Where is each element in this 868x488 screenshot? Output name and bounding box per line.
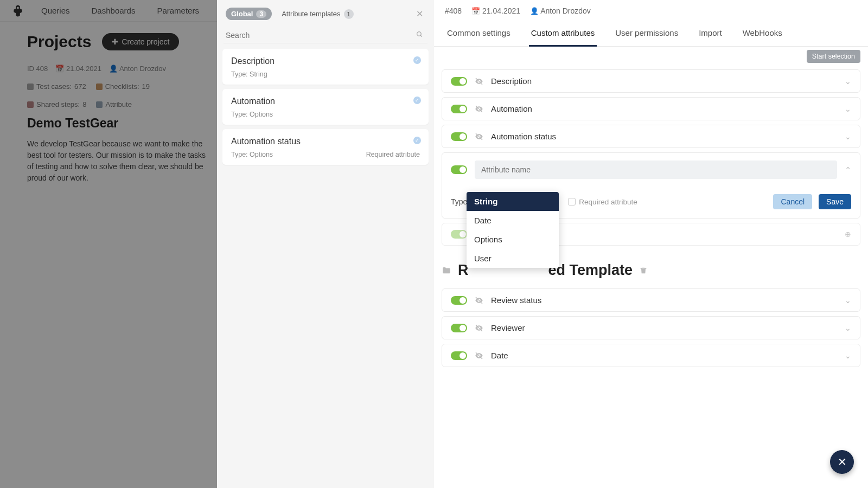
attribute-row-label: Review status [491,296,837,305]
toggle-switch[interactable] [451,324,467,332]
attribute-card[interactable]: ✓ Description Type: String [222,49,429,85]
side-panel: Global 3 Attribute templates 1 ✕ ✓ Descr… [217,0,434,488]
tabs: Common settings Custom attributes User p… [434,21,868,47]
tab-custom-attributes[interactable]: Custom attributes [529,21,597,46]
attribute-card[interactable]: ✓ Automation status Type: OptionsRequire… [222,129,429,165]
chevron-up-icon[interactable]: ⌄ [845,165,851,174]
dropdown-option[interactable]: Options [467,230,559,249]
attribute-row[interactable]: Description ⌄ [442,69,860,93]
templates-chip-count: 1 [344,9,354,19]
main-header: #408 📅 21.04.2021 👤 Anton Drozdov [434,0,868,21]
calendar-icon: 📅 [471,7,480,15]
dropdown-option[interactable]: String [467,192,559,211]
dropdown-option[interactable]: User [467,249,559,268]
svg-line-1 [420,35,422,37]
header-date: 21.04.2021 [482,7,520,15]
search-input[interactable] [224,28,427,43]
attribute-row-label: Automation status [491,132,837,141]
type-label: Type [451,197,467,206]
trash-icon[interactable] [639,266,648,275]
attribute-card-title: Automation status [231,137,420,146]
chevron-down-icon[interactable]: ⌄ [845,351,851,360]
dropdown-option[interactable]: Date [467,211,559,230]
visibility-icon[interactable] [475,77,483,86]
attribute-row-label: Date [491,351,837,360]
search-icon[interactable] [416,31,423,38]
attribute-name-input[interactable] [475,160,837,179]
chevron-down-icon[interactable]: ⌄ [845,324,851,332]
user-icon: 👤 [530,7,539,15]
attribute-row[interactable]: Review status ⌄ [442,288,860,312]
close-icon[interactable]: ✕ [414,7,425,21]
tab-import[interactable]: Import [697,21,724,46]
attribute-row-label: Description [491,76,837,86]
header-id: #408 [445,7,462,15]
visibility-icon[interactable] [475,296,483,305]
global-chip[interactable]: Global 3 [226,8,272,20]
toggle-switch[interactable] [451,165,467,174]
checkbox-icon [568,198,576,206]
header-author: Anton Drozdov [540,7,591,15]
main-panel: #408 📅 21.04.2021 👤 Anton Drozdov Common… [434,0,868,488]
toggle-switch[interactable] [451,132,467,141]
visibility-icon[interactable] [475,324,483,332]
toggle-switch[interactable] [451,105,467,113]
attribute-card-type: Type: String [231,70,267,78]
visibility-icon[interactable] [475,351,483,360]
folder-icon [442,266,451,275]
tab-webhooks[interactable]: WebHooks [741,21,784,46]
templates-chip[interactable]: Attribute templates 1 [276,7,359,21]
start-selection-button[interactable]: Start selection [807,50,860,63]
plus-circle-icon[interactable]: ⊕ [845,230,851,239]
tab-common-settings[interactable]: Common settings [445,21,513,46]
search-box [224,28,427,43]
chevron-down-icon[interactable]: ⌄ [845,77,851,86]
attribute-list: ✓ Description Type: String ✓ Automation … [217,49,434,165]
toggle-switch[interactable] [451,230,467,239]
attribute-row-label: Automation [491,104,837,113]
save-button[interactable]: Save [819,194,851,209]
attribute-card-title: Description [231,56,420,66]
attribute-card-title: Automation [231,97,420,106]
type-dropdown: String Date Options User [467,192,559,268]
check-icon: ✓ [413,97,421,104]
chevron-down-icon[interactable]: ⌄ [845,132,851,141]
attribute-card-required: Required attribute [366,151,420,158]
visibility-icon[interactable] [475,132,483,141]
check-icon: ✓ [413,56,421,64]
check-icon: ✓ [413,137,421,144]
tab-user-permissions[interactable]: User permissions [613,21,680,46]
attribute-card[interactable]: ✓ Automation Type: Options [222,89,429,125]
toggle-switch[interactable] [451,77,467,86]
side-panel-header: Global 3 Attribute templates 1 ✕ [217,0,434,28]
attribute-row[interactable]: Automation status ⌄ [442,125,860,148]
global-chip-label: Global [231,10,253,18]
required-checkbox[interactable]: Required attribute [568,198,637,206]
visibility-icon[interactable] [475,105,483,113]
chevron-down-icon[interactable]: ⌄ [845,105,851,113]
global-chip-count: 3 [256,10,266,18]
required-label: Required attribute [579,198,637,206]
attribute-row[interactable]: Date ⌄ [442,344,860,367]
close-icon: ✕ [838,455,847,468]
svg-point-0 [417,32,422,36]
attribute-card-type: Type: Options [231,111,273,118]
toggle-switch[interactable] [451,296,467,305]
close-fab[interactable]: ✕ [830,450,854,474]
cancel-button[interactable]: Cancel [773,194,812,209]
attribute-row[interactable]: Automation ⌄ [442,97,860,120]
attribute-row-label: Reviewer [491,323,837,332]
attribute-row[interactable]: Reviewer ⌄ [442,316,860,339]
toggle-switch[interactable] [451,351,467,360]
panel-body: Start selection Description ⌄ Automation… [434,47,868,379]
attribute-card-type: Type: Options [231,151,273,158]
templates-chip-label: Attribute templates [282,10,340,18]
chevron-down-icon[interactable]: ⌄ [845,296,851,305]
